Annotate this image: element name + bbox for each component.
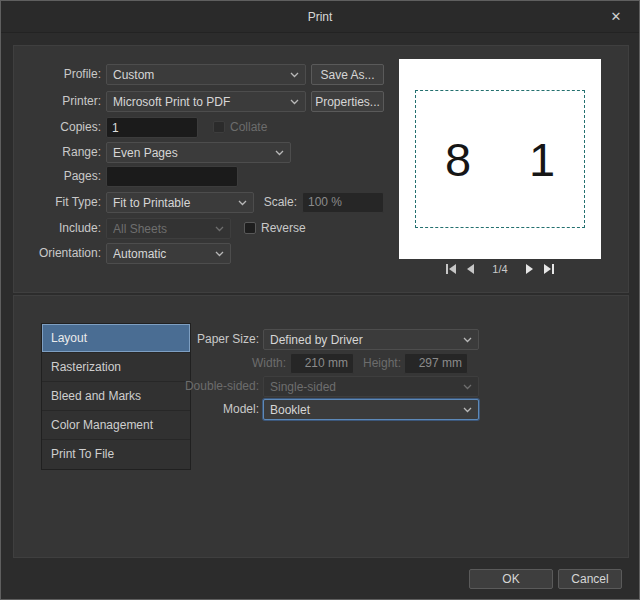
height-input: 297 mm xyxy=(404,353,468,374)
pages-label: Pages: xyxy=(21,166,101,187)
double-sided-label: Double-sided: xyxy=(154,376,259,397)
tab-print-to-file[interactable]: Print To File xyxy=(42,440,190,469)
printer-select[interactable]: Microsoft Print to PDF xyxy=(106,91,306,112)
width-input: 210 mm xyxy=(290,353,354,374)
ok-button[interactable]: OK xyxy=(469,569,553,589)
chevron-down-icon xyxy=(275,150,284,156)
pages-input[interactable] xyxy=(106,166,238,187)
print-dialog: Print ✕ Profile: Custom Save As... Print… xyxy=(0,0,640,600)
copies-input[interactable] xyxy=(106,117,198,138)
include-select: All Sheets xyxy=(106,218,231,239)
orientation-select[interactable]: Automatic xyxy=(106,243,231,264)
reverse-checkbox[interactable] xyxy=(244,222,256,234)
scale-label: Scale: xyxy=(257,192,297,213)
printer-label: Printer: xyxy=(21,91,101,112)
double-sided-value: Single-sided xyxy=(270,380,459,394)
collate-checkbox xyxy=(213,121,225,133)
width-label: Width: xyxy=(191,353,286,374)
collate-label: Collate xyxy=(230,117,290,138)
paper-size-value: Defined by Driver xyxy=(270,333,459,347)
paper-size-select[interactable]: Defined by Driver xyxy=(263,329,479,350)
reverse-label: Reverse xyxy=(261,218,321,239)
chevron-down-icon xyxy=(463,407,472,413)
chevron-down-icon xyxy=(215,251,224,257)
profile-select[interactable]: Custom xyxy=(106,64,306,85)
first-page-icon[interactable] xyxy=(445,264,457,274)
range-select[interactable]: Even Pages xyxy=(106,142,291,163)
next-page-icon[interactable] xyxy=(525,264,534,274)
save-as-button[interactable]: Save As... xyxy=(311,64,384,85)
chevron-down-icon xyxy=(290,99,299,105)
fit-type-label: Fit Type: xyxy=(21,192,101,213)
scale-input: 100 % xyxy=(302,192,384,213)
orientation-value: Automatic xyxy=(113,247,211,261)
chevron-down-icon xyxy=(463,384,472,390)
chevron-down-icon xyxy=(215,226,224,232)
preview-right-page-number: 1 xyxy=(529,132,555,187)
profile-label: Profile: xyxy=(21,64,101,85)
double-sided-select: Single-sided xyxy=(263,376,479,397)
page-indicator: 1/4 xyxy=(492,263,507,275)
close-icon[interactable]: ✕ xyxy=(603,1,629,33)
range-label: Range: xyxy=(21,142,101,163)
include-value: All Sheets xyxy=(113,222,211,236)
model-select[interactable]: Booklet xyxy=(263,399,479,420)
profile-value: Custom xyxy=(113,68,286,82)
last-page-icon[interactable] xyxy=(543,264,555,274)
orientation-label: Orientation: xyxy=(21,243,101,264)
height-label: Height: xyxy=(359,353,401,374)
copies-label: Copies: xyxy=(21,117,101,138)
preview-left-page-number: 8 xyxy=(445,132,471,187)
range-value: Even Pages xyxy=(113,146,271,160)
print-preview: 8 1 xyxy=(399,59,601,259)
include-label: Include: xyxy=(21,218,101,239)
model-value: Booklet xyxy=(270,403,459,417)
chevron-down-icon xyxy=(238,200,247,206)
printer-value: Microsoft Print to PDF xyxy=(113,95,286,109)
titlebar: Print ✕ xyxy=(1,1,639,33)
properties-button[interactable]: Properties... xyxy=(311,91,384,112)
preview-navigation: 1/4 xyxy=(399,260,601,278)
chevron-down-icon xyxy=(463,337,472,343)
dialog-title: Print xyxy=(1,1,639,33)
model-label: Model: xyxy=(154,399,259,420)
previous-page-icon[interactable] xyxy=(466,264,475,274)
chevron-down-icon xyxy=(290,72,299,78)
preview-page-spread: 8 1 xyxy=(415,90,585,228)
paper-size-label: Paper Size: xyxy=(154,329,259,350)
cancel-button[interactable]: Cancel xyxy=(558,569,622,589)
fit-type-select[interactable]: Fit to Printable xyxy=(106,192,254,213)
fit-type-value: Fit to Printable xyxy=(113,196,234,210)
